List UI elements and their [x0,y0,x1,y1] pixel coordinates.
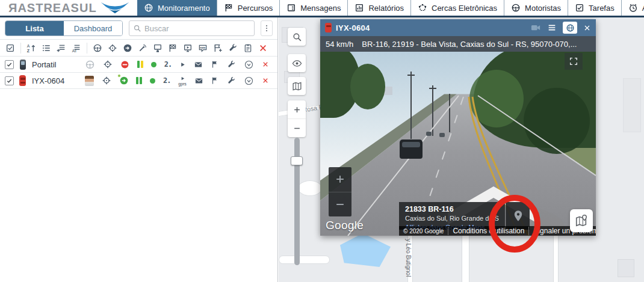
tab-truncated[interactable]: A [621,0,644,16]
zoom-out-button[interactable] [288,118,306,137]
more-dropdown-icon[interactable] [244,76,254,86]
eye-icon [292,58,302,69]
tab-label: Cercas Eletrônicas [432,4,497,13]
tab-monitoramento[interactable]: Monitoramento [137,0,217,16]
drivers-button[interactable] [93,43,102,53]
remove-row-icon[interactable] [262,77,269,84]
map-shape [298,180,322,196]
wrench-icon[interactable] [227,76,236,85]
sms-button[interactable] [198,43,208,53]
plus-icon [293,105,302,114]
locate-button[interactable] [108,43,117,53]
popup-title: IYX-0604 [336,23,370,32]
play-icon[interactable] [179,61,186,68]
message-envelope-icon[interactable] [194,60,203,69]
hamburger-menu-icon[interactable] [547,23,557,32]
show-all-button[interactable] [72,43,81,53]
select-all-button[interactable] [5,43,15,53]
flag-icon[interactable] [211,60,219,69]
tab-label: Tarefas [589,4,615,13]
monitor-network-icon [153,43,163,53]
tab-label: Relatórios [368,4,404,13]
message-envelope-icon[interactable] [194,76,203,85]
map-search-button[interactable] [288,28,306,46]
street-label-vertical: y Léo Butignol [405,239,412,282]
sv-zoom-in-button[interactable] [329,167,351,192]
tab-motoristas[interactable]: Motoristas [504,0,568,16]
view-switcher: Lista Dashboard [5,20,123,36]
remove-row-icon[interactable] [262,61,269,68]
driver-avatar[interactable] [85,76,94,86]
sort-az-button[interactable] [26,43,36,53]
locate-icon[interactable] [102,76,111,85]
list-view-button[interactable] [42,43,51,53]
flag-icon[interactable] [211,76,219,85]
map-area[interactable]: R. Rosa P y Léo Butignol IYX-0604 [279,17,644,282]
playback-button[interactable] [183,43,193,53]
settings-wrench-button[interactable] [228,43,238,53]
terms-link[interactable]: Conditions d'utilisation [448,227,528,235]
steering-wheel-icon [93,43,102,53]
tab-mensagens[interactable]: Mensagens [279,0,347,16]
wrench-icon[interactable] [227,60,236,69]
row-checkbox[interactable] [5,76,14,85]
more-dropdown-icon[interactable] [244,60,254,70]
list-plus-icon [57,43,66,53]
tab-tarefas[interactable]: Tarefas [568,0,621,16]
signal-text: 2. [164,60,172,69]
sv-zoom-out-button[interactable] [329,192,351,217]
vehicle-row-iyx-0604[interactable]: IYX-0604 2. gprs [0,73,277,89]
vehicle-row-portatil[interactable]: Portatil 2. [0,57,277,73]
map-zoom-group [288,100,306,137]
streetview-viewport[interactable]: Google 21833 BR-116 Caxias do Sul, Rio G… [320,52,596,236]
sv-distant-car [439,133,445,137]
nav-tabs: Monitoramento Percursos Mensagens Relató… [137,0,644,16]
back-to-map-button[interactable] [570,209,593,232]
camera-icon[interactable] [530,22,541,33]
tab-cercas-eletronicas[interactable]: Cercas Eletrônicas [410,0,504,16]
remove-all-button[interactable] [258,43,268,53]
map-visibility-button[interactable] [288,54,306,72]
clipboard-icon [243,43,253,53]
tab-percursos[interactable]: Percursos [217,0,280,16]
search-input[interactable] [144,24,250,33]
search-box [129,20,255,36]
tab-label: Monitoramento [158,4,210,13]
popup-header[interactable]: IYX-0604 [320,19,596,36]
panel-header: Lista Dashboard [0,17,277,40]
add-to-list-button[interactable] [57,43,66,53]
sv-zoom-control [329,167,351,216]
task-check-icon [575,3,584,13]
zoom-slider-handle[interactable] [291,156,303,165]
tab-dashboard[interactable]: Dashboard [64,21,122,35]
terminal-button[interactable] [153,43,163,53]
streetview-toggle-button[interactable] [563,22,577,34]
crosshair-icon [108,43,117,53]
map-icon [292,81,302,91]
follow-button[interactable] [123,43,132,53]
panel-menu-button[interactable] [261,20,273,36]
stopped-status-icon [120,60,129,69]
sort-az-icon [26,43,36,53]
row-checkbox[interactable] [5,60,14,69]
locate-icon[interactable] [103,60,113,69]
fullscreen-button[interactable] [565,53,583,70]
gprs-play[interactable]: gprs [178,76,187,86]
add-flag-button[interactable] [213,43,223,53]
map-road [279,256,330,264]
tab-relatorios[interactable]: Relatórios [347,0,410,16]
log-clipboard-button[interactable] [243,43,253,53]
wrench-icon [228,43,238,53]
routes-button[interactable] [168,43,178,53]
tab-label: Motoristas [525,4,561,13]
close-icon[interactable] [583,24,591,32]
tab-lista[interactable]: Lista [5,21,64,35]
vehicle-speed: 54 km/h [326,40,353,49]
gps-signal-button[interactable] [138,43,147,53]
minus-icon [334,198,346,210]
flag-plus-icon [213,43,223,53]
zoom-in-button[interactable] [288,100,306,118]
driver-icon[interactable] [85,60,95,70]
row-actions: 2. [85,60,273,70]
map-layers-button[interactable] [288,77,306,95]
